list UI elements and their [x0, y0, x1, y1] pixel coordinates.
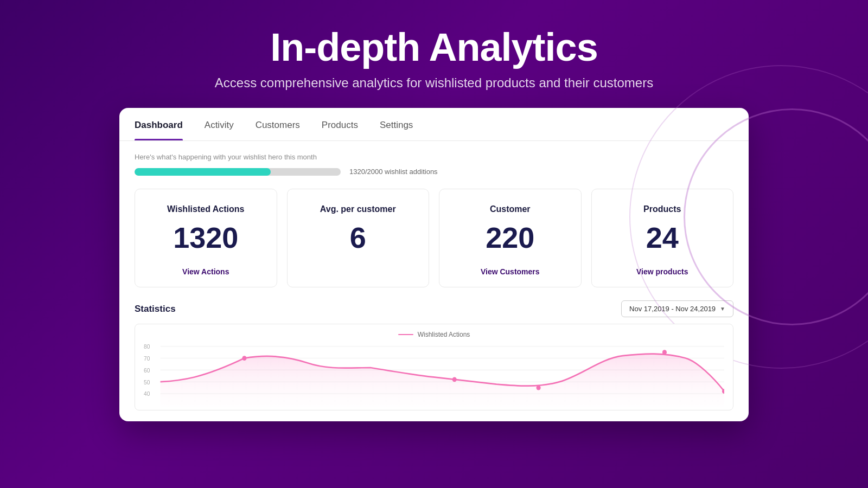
tab-products[interactable]: Products — [322, 108, 358, 140]
svg-text:70: 70 — [144, 355, 150, 362]
chart-legend: Wishlisted Actions — [144, 331, 724, 338]
header-section: In-depth Analytics Access comprehensive … — [0, 0, 868, 108]
statistics-title: Statistics — [135, 304, 176, 314]
svg-point-11 — [452, 377, 457, 382]
stat-title-avg-per-customer: Avg. per customer — [320, 204, 396, 214]
tab-customers[interactable]: Customers — [256, 108, 300, 140]
stat-title-wishlisted-actions: Wishlisted Actions — [167, 204, 244, 214]
svg-text:60: 60 — [144, 367, 150, 374]
stat-title-customer: Customer — [490, 204, 531, 214]
dashboard-card: Dashboard Activity Customers Products Se… — [119, 108, 749, 421]
svg-point-10 — [242, 356, 246, 361]
date-range-picker[interactable]: Nov 17,2019 - Nov 24,2019 ▼ — [621, 300, 733, 317]
stat-title-products: Products — [643, 204, 681, 214]
page-title: In-depth Analytics — [11, 26, 857, 69]
tabs-nav: Dashboard Activity Customers Products Se… — [119, 108, 749, 141]
svg-text:50: 50 — [144, 378, 150, 385]
stat-value-products: 24 — [646, 223, 679, 252]
progress-label: 1320/2000 wishlist additions — [349, 168, 438, 176]
content-area: Here's what's happening with your wishli… — [119, 141, 749, 421]
stat-value-wishlisted-actions: 1320 — [173, 223, 238, 252]
dashboard-subtitle: Here's what's happening with your wishli… — [135, 153, 733, 161]
legend-line — [398, 334, 413, 335]
tab-activity[interactable]: Activity — [205, 108, 234, 140]
chart-container: Wishlisted Actions 80 70 60 50 40 — [135, 324, 733, 410]
tab-dashboard[interactable]: Dashboard — [135, 108, 183, 140]
stat-card-wishlisted-actions: Wishlisted Actions 1320 View Actions — [135, 189, 277, 287]
date-range-value: Nov 17,2019 - Nov 24,2019 — [629, 305, 716, 313]
tab-settings[interactable]: Settings — [380, 108, 413, 140]
stat-value-customer: 220 — [486, 223, 534, 252]
stat-card-customer: Customer 220 View Customers — [439, 189, 582, 287]
progress-bar-fill — [135, 168, 271, 176]
legend-label: Wishlisted Actions — [418, 331, 470, 338]
svg-point-12 — [537, 386, 541, 390]
statistics-header: Statistics Nov 17,2019 - Nov 24,2019 ▼ — [135, 300, 733, 317]
stat-card-avg-per-customer: Avg. per customer 6 — [287, 189, 430, 287]
chevron-down-icon: ▼ — [720, 306, 725, 312]
progress-bar-bg — [135, 168, 341, 176]
view-products-link[interactable]: View products — [636, 267, 688, 276]
view-actions-link[interactable]: View Actions — [182, 267, 229, 276]
chart-svg: 80 70 60 50 40 — [144, 342, 724, 407]
page-subtitle: Access comprehensive analytics for wishl… — [11, 75, 857, 91]
svg-text:40: 40 — [144, 390, 150, 397]
stats-row: Wishlisted Actions 1320 View Actions Avg… — [135, 189, 733, 287]
stat-card-products: Products 24 View products — [591, 189, 734, 287]
progress-container: 1320/2000 wishlist additions — [135, 168, 733, 176]
stat-value-avg-per-customer: 6 — [350, 223, 366, 252]
svg-point-13 — [662, 350, 667, 355]
svg-text:80: 80 — [144, 343, 150, 350]
view-customers-link[interactable]: View Customers — [481, 267, 540, 276]
